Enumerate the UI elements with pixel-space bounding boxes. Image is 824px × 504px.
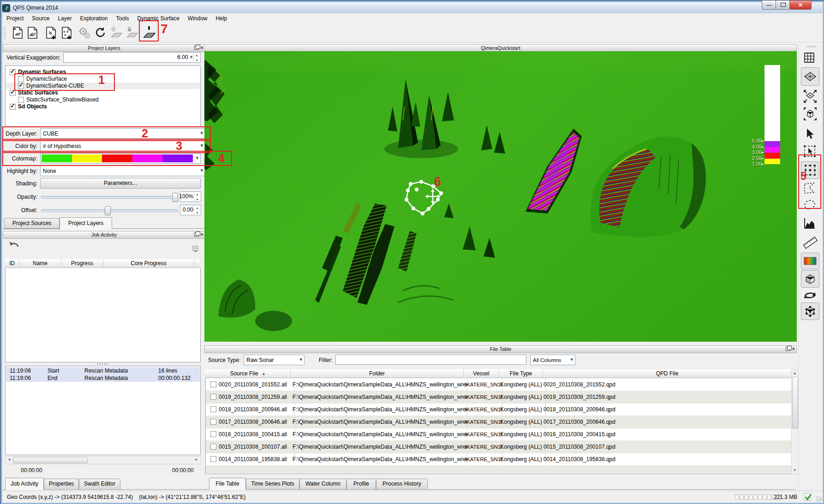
tab-job-activity[interactable]: Job Activity [5,478,44,490]
opacity-slider[interactable] [41,196,178,199]
tab-project-layers[interactable]: Project Layers [60,217,112,230]
log-row[interactable]: 11:19:06 End Rescan Metadata 00:00:00.13… [6,374,200,382]
offset-spinbox[interactable]: 0.00 ▲▼ [180,205,201,215]
tab-profile[interactable]: Profile [346,479,376,490]
menu-tools[interactable]: Tools [112,14,133,23]
table-row[interactable]: 0016_20110308_200415.all F:\QimeraQuicks… [206,428,792,441]
tab-properties[interactable]: Properties [44,479,79,490]
row-checkbox[interactable] [210,406,216,412]
add-xyz-button[interactable]: x xx [60,25,74,41]
row-checkbox[interactable] [210,419,216,425]
col-folder[interactable]: Folder [291,369,464,378]
menu-help[interactable]: Help [212,14,232,23]
wireframe-grid-button[interactable] [801,270,819,288]
checkbox-unchecked-icon[interactable] [18,97,24,103]
row-checkbox[interactable] [210,444,216,450]
settings-button[interactable] [77,25,92,41]
cube-vertices-button[interactable] [801,302,819,320]
log-row[interactable]: 11:19:06 Start Rescan Metadata 16 lines [6,367,200,374]
zoom-cube-button[interactable] [802,106,818,123]
splitter-handle[interactable] [97,363,108,365]
highlight-by-combo[interactable]: None▾ [40,166,205,176]
tree-item-sd-objects[interactable]: Sd Objects [6,103,200,110]
shading-parameters-button[interactable]: Parameters... [40,178,201,189]
grid-view-button[interactable] [802,51,816,66]
table-row[interactable]: 0020_20110308_201552.all F:\QimeraQuicks… [206,378,792,391]
menu-window[interactable]: Window [184,14,212,23]
opacity-spinbox[interactable]: 100% ▲▼ [180,191,201,202]
col-vessel[interactable]: Vessel [464,369,499,378]
tab-water-column[interactable]: Water Column [299,479,346,490]
scrollbar-thumb[interactable] [792,377,798,428]
colormap-editor-button[interactable] [801,253,819,269]
tab-project-sources[interactable]: Project Sources [4,218,60,229]
scrollbar-thumb[interactable] [13,457,88,463]
table-row[interactable]: 0018_20110308_200946.all F:\QimeraQuicks… [206,403,792,416]
profile-chart-button[interactable] [802,216,817,232]
table-row[interactable]: 0014_20110308_195838.all F:\QimeraQuicks… [206,453,792,466]
close-panel-icon[interactable]: × [201,45,203,50]
col-file-type[interactable]: File Type [499,369,543,378]
job-col-id[interactable]: ID [5,259,19,268]
job-col-core-progress[interactable]: Core Progress [103,259,194,268]
col-qpd-file[interactable]: QPD File [543,369,791,378]
tab-swath-editor[interactable]: Swath Editor [79,479,120,490]
float-panel-icon[interactable] [786,347,790,351]
row-checkbox[interactable] [210,431,216,437]
col-source-file[interactable]: Source File▲ [205,369,291,378]
rotate-view-button[interactable] [803,289,818,302]
row-checkbox[interactable] [210,381,216,387]
zoom-extents-button[interactable] [802,89,818,106]
tab-process-history[interactable]: Process History [376,479,428,490]
menu-project[interactable]: Project [2,14,28,23]
static-surface-button[interactable] [109,25,124,41]
minimize-button[interactable]: — [762,0,776,10]
float-panel-icon[interactable] [194,232,199,237]
row-checkbox[interactable] [210,456,216,462]
menu-exploration[interactable]: Exploration [76,14,112,23]
job-col-progress[interactable]: Progress [61,259,103,268]
close-panel-icon[interactable]: × [201,232,203,237]
row-checkbox[interactable] [210,394,216,400]
ruler-button[interactable] [802,234,818,252]
scroll-down-icon[interactable]: ▼ [792,467,798,474]
vertical-exaggeration-spinner[interactable]: ▲▼ [193,53,200,63]
tab-file-table[interactable]: File Table [209,478,246,490]
menu-layer[interactable]: Layer [54,14,76,23]
close-button[interactable]: ✕ [789,0,812,10]
menu-source[interactable]: Source [28,14,54,23]
job-activity-menu-button[interactable] [192,246,200,255]
opacity-slider-thumb[interactable] [172,193,178,202]
table-row[interactable]: 0015_20110308_200107.all F:\QimeraQuicks… [206,440,792,453]
open-project-button[interactable] [25,25,40,41]
locked-surface-button[interactable] [125,25,140,41]
new-project-button[interactable] [11,25,25,41]
tree-item-staticsurface-shallowbiased[interactable]: StaticSurface_ShallowBiased [6,96,200,103]
surface-3d-view-button[interactable] [801,67,819,86]
scene-3d-view[interactable]: 5.00 4.00 3.00 2.00 1.00 6 [204,51,797,342]
offset-slider-thumb[interactable] [105,206,111,215]
vertical-exaggeration-input[interactable]: 6.00 × ▲▼ [63,52,201,63]
close-panel-icon[interactable]: × [792,346,795,351]
table-row[interactable]: 0019_20110308_201259.all F:\QimeraQuicks… [206,391,792,403]
toolbar-grip[interactable] [4,27,6,39]
offset-spinner[interactable]: ▲▼ [194,206,200,215]
checkbox-checked-icon[interactable] [10,104,16,110]
scroll-up-icon[interactable]: ▲ [792,370,798,377]
maximize-button[interactable] [776,0,790,10]
resize-grip[interactable] [816,496,822,502]
scroll-right-icon[interactable]: ► [194,457,199,463]
toolbar-grip[interactable] [806,46,816,47]
undo-job-button[interactable] [8,241,20,255]
source-type-combo[interactable]: Raw Sonar▾ [244,355,305,365]
float-panel-icon[interactable] [194,46,199,50]
add-raw-sonar-button[interactable] [44,25,59,41]
select-cursor-button[interactable] [803,127,816,142]
scroll-left-icon[interactable]: ◄ [6,457,12,463]
job-log-hscrollbar[interactable]: ◄ ► [5,456,201,464]
job-col-name[interactable]: Name [19,259,61,268]
filter-input[interactable] [335,355,526,365]
refresh-button[interactable] [93,25,107,41]
table-row[interactable]: 0017_20110308_200646.all F:\QimeraQuicks… [206,415,792,428]
columns-filter-combo[interactable]: All Columns▾ [530,355,575,365]
